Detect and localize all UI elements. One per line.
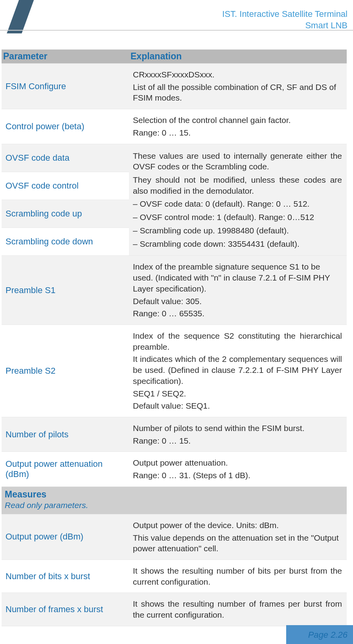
expl-text: These values are used to internally gene… — [133, 150, 342, 172]
param-cell: Output power attenuation (dBm) — [2, 452, 129, 486]
expl-text: Default value: SEQ1. — [133, 400, 342, 411]
expl-text: It shows the resulting number of bits pe… — [133, 565, 342, 587]
expl-text: Scrambling code up. 19988480 (default). — [133, 225, 342, 236]
expl-text: Range: 0 … 65535. — [133, 308, 342, 319]
param-cell: Number of frames x burst — [2, 593, 129, 626]
table-row: Control power (beta) Selection of the co… — [2, 109, 347, 144]
expl-cell: Index of the preamble signature sequence… — [129, 256, 347, 325]
expl-text: Default value: 305. — [133, 296, 342, 307]
table-row: Preamble S2 Index of the sequence S2 con… — [2, 325, 347, 417]
expl-text: Output power attenuation. — [133, 457, 342, 468]
expl-cell: It shows the resulting number of frames … — [129, 593, 347, 626]
param-cell: Preamble S1 — [2, 256, 129, 325]
param-cell: Scrambling code down — [2, 228, 129, 256]
expl-cell: Selection of the control channel gain fa… — [129, 109, 347, 144]
param-cell: Output power (dBm) — [2, 514, 129, 560]
header-divider — [0, 30, 353, 31]
expl-cell: CRxxxxSFxxxxDSxxx. List of all the possi… — [129, 64, 347, 109]
param-cell: Number of pilots — [2, 417, 129, 451]
param-cell: FSIM Configure — [2, 64, 129, 109]
expl-text: Scrambling code down: 33554431 (default)… — [133, 239, 342, 250]
table-header-row: Parameter Explanation — [2, 50, 347, 64]
expl-text: SEQ1 / SEQ2. — [133, 388, 342, 399]
section-header-cell: Measures Read only parameters. — [2, 486, 347, 514]
header-title-line1: IST. Interactive Satellite Terminal — [222, 9, 347, 20]
param-cell: Scrambling code up — [2, 200, 129, 228]
expl-text: Selection of the control channel gain fa… — [133, 115, 342, 126]
table-row: Number of frames x burst It shows the re… — [2, 593, 347, 626]
expl-cell: Number of pilots to send within the FSIM… — [129, 417, 347, 451]
expl-text: Range: 0 … 15. — [133, 127, 342, 138]
parameter-table: Parameter Explanation FSIM Configure CRx… — [2, 50, 347, 626]
content-area: Parameter Explanation FSIM Configure CRx… — [2, 50, 347, 626]
expl-text: It indicates which of the 2 complementar… — [133, 354, 342, 386]
expl-text: OVSF control mode: 1 (default). Range: 0… — [133, 212, 342, 223]
param-cell: Control power (beta) — [2, 109, 129, 144]
expl-text: Index of the sequence S2 constituting th… — [133, 330, 342, 352]
expl-text: Number of pilots to send within the FSIM… — [133, 423, 342, 434]
expl-text: OVSF code data: 0 (default). Range: 0 … … — [133, 198, 342, 209]
expl-cell: It shows the resulting number of bits pe… — [129, 560, 347, 593]
expl-text: Range: 0 … 15. — [133, 435, 342, 446]
expl-cell: Output power attenuation. Range: 0 … 31.… — [129, 452, 347, 486]
expl-text: This value depends on the attenuation se… — [133, 532, 342, 554]
section-title: Measures — [5, 489, 344, 500]
section-subtitle: Read only parameters. — [5, 501, 344, 510]
table-row: Number of bits x burst It shows the resu… — [2, 560, 347, 593]
expl-text: Range: 0 … 31. (Steps of 1 dB). — [133, 470, 342, 481]
table-row: FSIM Configure CRxxxxSFxxxxDSxxx. List o… — [2, 64, 347, 109]
logo-slash-icon — [4, 0, 39, 33]
expl-text: List of all the possible combination of … — [133, 82, 342, 103]
page-number: Page 2.26 — [308, 630, 347, 640]
expl-cell: Output power of the device. Units: dBm. … — [129, 514, 347, 560]
col-explanation-header: Explanation — [129, 50, 347, 64]
col-parameter-header: Parameter — [2, 50, 129, 64]
table-row: Output power (dBm) Output power of the d… — [2, 514, 347, 560]
page-header: IST. Interactive Satellite Terminal Smar… — [0, 4, 353, 32]
table-row: Preamble S1 Index of the preamble signat… — [2, 256, 347, 325]
expl-text: It shows the resulting number of frames … — [133, 598, 342, 620]
section-header-row: Measures Read only parameters. — [2, 486, 347, 514]
param-cell: Number of bits x burst — [2, 560, 129, 593]
table-row: Output power attenuation (dBm) Output po… — [2, 452, 347, 486]
expl-text: Index of the preamble signature sequence… — [133, 261, 342, 294]
header-title-line2: Smart LNB — [222, 20, 347, 31]
param-cell: Preamble S2 — [2, 325, 129, 417]
param-cell: OVSF code control — [2, 172, 129, 200]
table-row: Number of pilots Number of pilots to sen… — [2, 417, 347, 451]
table-row: OVSF code data These values are used to … — [2, 144, 347, 172]
expl-text: They should not be modified, unless thes… — [133, 174, 342, 196]
expl-text: Output power of the device. Units: dBm. — [133, 520, 342, 531]
header-title: IST. Interactive Satellite Terminal Smar… — [222, 9, 347, 31]
expl-cell: These values are used to internally gene… — [129, 144, 347, 256]
expl-cell: Index of the sequence S2 constituting th… — [129, 325, 347, 417]
expl-text: CRxxxxSFxxxxDSxxx. — [133, 69, 342, 80]
param-cell: OVSF code data — [2, 144, 129, 172]
